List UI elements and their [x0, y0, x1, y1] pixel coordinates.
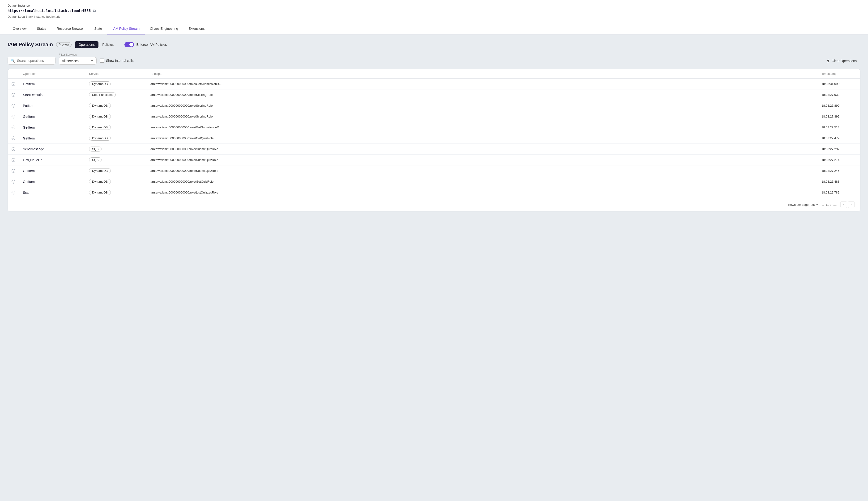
row-timestamp: 18:03:27.932 [818, 93, 860, 97]
row-icon [8, 180, 19, 184]
table-row[interactable]: SendMessage SQS arn:aws:iam::00000000000… [8, 144, 860, 154]
svg-point-2 [12, 104, 15, 107]
clear-operations-button[interactable]: 🗑 Clear Operations [823, 57, 860, 65]
row-principal: arn:aws:iam::000000000000:role/GetSubmis… [147, 126, 818, 129]
show-internal-checkbox[interactable] [100, 58, 104, 63]
row-service: DynamoDB [85, 190, 147, 195]
svg-point-8 [12, 169, 15, 172]
table-row[interactable]: GetQueueUrl SQS arn:aws:iam::00000000000… [8, 154, 860, 166]
row-timestamp: 18:03:27.899 [818, 104, 860, 107]
tab-resource-browser[interactable]: Resource Browser [52, 23, 89, 34]
table-row[interactable]: GetItem DynamoDB arn:aws:iam::0000000000… [8, 176, 860, 187]
svg-point-6 [12, 147, 15, 151]
row-service: DynamoDB [85, 114, 147, 119]
row-icon [8, 169, 19, 173]
row-operation: GetQueueUrl [19, 158, 85, 162]
sub-tab-policies[interactable]: Policies [98, 41, 117, 48]
show-internal-calls[interactable]: Show internal calls [100, 58, 134, 65]
copy-icon[interactable]: ⧉ [93, 9, 96, 13]
next-page-button[interactable]: › [848, 201, 855, 208]
row-service: DynamoDB [85, 168, 147, 173]
rows-chevron-icon: ▼ [816, 203, 818, 206]
header-principal: Principal [147, 72, 818, 75]
sub-tabs: Operations Policies [75, 41, 118, 48]
search-icon: 🔍 [11, 58, 15, 63]
row-service: DynamoDB [85, 103, 147, 108]
row-timestamp: 18:03:27.246 [818, 169, 860, 172]
search-input[interactable] [17, 59, 52, 63]
row-icon [8, 115, 19, 119]
row-icon [8, 125, 19, 130]
tab-overview[interactable]: Overview [8, 23, 32, 34]
instance-label: Default Instance [8, 4, 860, 7]
pagination-buttons: ‹ › [840, 201, 855, 208]
instance-url-row: https://localhost.localstack.cloud:4566 … [8, 9, 860, 13]
row-operation: GetItem [19, 82, 85, 86]
row-operation: Scan [19, 191, 85, 194]
table-row[interactable]: StartExecution Step Functions arn:aws:ia… [8, 89, 860, 100]
row-icon [8, 104, 19, 108]
row-service: Step Functions [85, 92, 147, 97]
sub-tab-operations[interactable]: Operations [75, 41, 98, 48]
row-operation: GetItem [19, 126, 85, 129]
row-service: DynamoDB [85, 82, 147, 86]
table-row[interactable]: PutItem DynamoDB arn:aws:iam::0000000000… [8, 100, 860, 111]
trash-icon: 🗑 [826, 59, 830, 63]
svg-point-3 [12, 115, 15, 118]
table-row[interactable]: Scan DynamoDB arn:aws:iam::000000000000:… [8, 187, 860, 198]
row-principal: arn:aws:iam::000000000000:role/ListQuizz… [147, 191, 818, 194]
row-timestamp: 18:03:27.479 [818, 136, 860, 140]
row-principal: arn:aws:iam::000000000000:role/SubmitQui… [147, 169, 818, 172]
tab-status[interactable]: Status [32, 23, 52, 34]
svg-point-1 [12, 93, 15, 96]
toggle-row: Enforce IAM Policies [124, 42, 167, 47]
row-principal: arn:aws:iam::000000000000:role/ScoringRo… [147, 104, 818, 107]
row-timestamp: 18:03:22.782 [818, 191, 860, 194]
section-title: IAM Policy Stream [8, 42, 53, 48]
row-service: SQS [85, 147, 147, 151]
preview-badge: Preview [56, 42, 72, 47]
row-timestamp: 18:03:25.488 [818, 180, 860, 183]
row-operation: PutItem [19, 104, 85, 108]
table-header: Operation Service Principal Timestamp [8, 69, 860, 78]
filter-group: Filter Services All services ▼ [59, 53, 96, 65]
table-row[interactable]: GetItem DynamoDB arn:aws:iam::0000000000… [8, 122, 860, 133]
filter-select[interactable]: All services ▼ [59, 57, 96, 65]
table-footer: Rows per page: 25 ▼ 1–11 of 11 ‹ › [8, 198, 860, 211]
rows-per-page-select[interactable]: 25 ▼ [811, 203, 818, 206]
prev-page-button[interactable]: ‹ [840, 201, 847, 208]
svg-point-5 [12, 136, 15, 140]
row-service: DynamoDB [85, 136, 147, 141]
row-icon [8, 93, 19, 97]
table-row[interactable]: GetItem DynamoDB arn:aws:iam::0000000000… [8, 111, 860, 122]
header-service: Service [85, 72, 147, 75]
row-timestamp: 18:03:27.513 [818, 126, 860, 129]
instance-desc: Default LocalStack instance bookmark [8, 15, 860, 18]
toggle-label: Enforce IAM Policies [136, 43, 167, 46]
svg-point-7 [12, 158, 15, 161]
tab-chaos-engineering[interactable]: Chaos Engineering [145, 23, 183, 34]
tab-iam-policy-stream[interactable]: IAM Policy Stream [107, 23, 145, 34]
chevron-down-icon: ▼ [91, 59, 94, 63]
filter-select-text: All services [62, 59, 89, 63]
row-principal: arn:aws:iam::000000000000:role/GetQuizRo… [147, 136, 818, 140]
row-icon [8, 136, 19, 140]
row-principal: arn:aws:iam::000000000000:role/GetSubmis… [147, 82, 818, 86]
table-row[interactable]: GetItem DynamoDB arn:aws:iam::0000000000… [8, 166, 860, 176]
row-service: DynamoDB [85, 125, 147, 130]
header-operation: Operation [19, 72, 85, 75]
clear-operations-label: Clear Operations [832, 59, 857, 63]
row-principal: arn:aws:iam::000000000000:role/ScoringRo… [147, 93, 818, 97]
table-row[interactable]: GetItem DynamoDB arn:aws:iam::0000000000… [8, 133, 860, 144]
enforce-iam-toggle[interactable] [124, 42, 134, 47]
svg-point-0 [12, 82, 15, 85]
svg-point-4 [12, 126, 15, 129]
search-box[interactable]: 🔍 [8, 57, 55, 65]
row-principal: arn:aws:iam::000000000000:role/GetQuizRo… [147, 180, 818, 183]
table-row[interactable]: GetItem DynamoDB arn:aws:iam::0000000000… [8, 78, 860, 89]
row-timestamp: 18:03:31.090 [818, 82, 860, 86]
tab-extensions[interactable]: Extensions [183, 23, 210, 34]
instance-url: https://localhost.localstack.cloud:4566 [8, 9, 91, 13]
row-operation: SendMessage [19, 147, 85, 151]
tab-state[interactable]: State [89, 23, 107, 34]
